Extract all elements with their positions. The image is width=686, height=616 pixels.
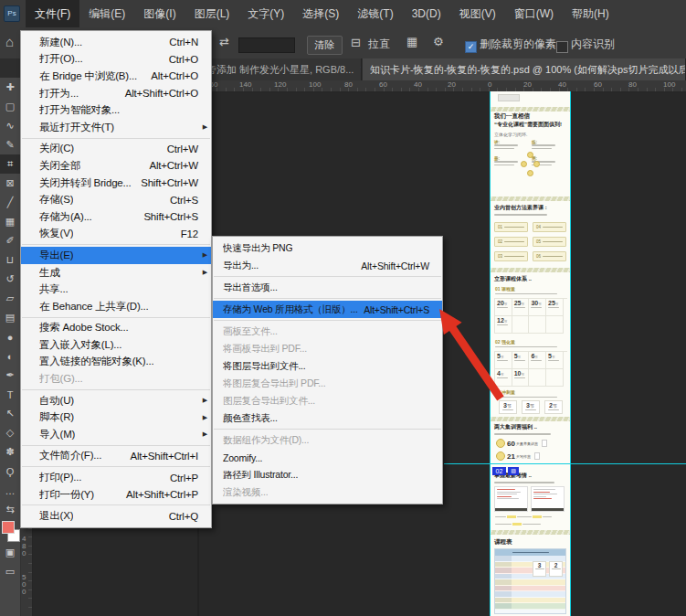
crop-size-input[interactable] bbox=[238, 37, 295, 53]
content-aware-label[interactable]: 内容识别 bbox=[571, 37, 615, 52]
file-menu-item-7[interactable]: 关闭(C)Ctrl+W bbox=[21, 141, 211, 158]
menubar-item-文件(F)[interactable]: 文件(F) bbox=[26, 0, 79, 27]
home-icon[interactable]: ⌂ bbox=[5, 34, 14, 49]
gradient-tool[interactable]: ▤ bbox=[0, 308, 20, 327]
file-menu-item-14[interactable]: 生成▶ bbox=[21, 264, 211, 281]
file-menu-item-24[interactable]: 文件简介(F)...Alt+Shift+Ctrl+I bbox=[21, 448, 211, 465]
zoom-tool[interactable]: Ϙ bbox=[0, 462, 20, 481]
file-menu-item-16[interactable]: 在 Behance 上共享(D)... bbox=[21, 298, 211, 315]
file-menu-item-8[interactable]: 关闭全部Alt+Ctrl+W bbox=[21, 157, 211, 175]
menubar-item-编辑(E)[interactable]: 编辑(E) bbox=[79, 0, 134, 27]
content-aware-checkbox[interactable] bbox=[556, 41, 568, 53]
foreground-color-swatch[interactable] bbox=[2, 521, 15, 534]
file-menu-item-21[interactable]: 自动(U)▶ bbox=[21, 392, 211, 409]
eraser-tool[interactable]: ▱ bbox=[0, 289, 20, 308]
export-menu-item-13[interactable]: 路径到 Illustrator... bbox=[213, 466, 442, 483]
healing-tool[interactable]: ▦ bbox=[0, 212, 20, 231]
export-menu-item-1[interactable]: 快速导出为 PNG bbox=[213, 239, 442, 257]
menubar-item-选择(S)[interactable]: 选择(S) bbox=[293, 0, 348, 27]
shape-tool[interactable]: ◇ bbox=[0, 423, 20, 442]
straighten-label[interactable]: 拉直 bbox=[368, 37, 390, 52]
close-icon[interactable]: × bbox=[360, 63, 362, 76]
delete-cropped-pixels-checkbox[interactable]: ✓ bbox=[465, 41, 477, 53]
file-menu-item-25[interactable]: 打印(P)...Ctrl+P bbox=[21, 469, 211, 486]
export-menu-item-7[interactable]: 将图层导出到文件... bbox=[213, 357, 442, 375]
file-menu-item-27[interactable]: 退出(X)Ctrl+Q bbox=[21, 507, 211, 525]
history-brush-tool[interactable]: ↺ bbox=[0, 270, 20, 289]
path-select-tool[interactable]: ↖ bbox=[0, 404, 20, 423]
type-tool[interactable]: T bbox=[0, 385, 20, 404]
export-menu-item-8[interactable]: 将图层复合导出到 PDF... bbox=[213, 375, 442, 392]
file-menu-item-19[interactable]: 置入链接的智能对象(K)... bbox=[21, 354, 211, 371]
quick-mask-icon[interactable]: ▣ bbox=[0, 543, 20, 562]
dodge-tool[interactable]: ◐ bbox=[0, 346, 20, 366]
color-swatches[interactable] bbox=[0, 519, 20, 543]
swap-dimensions-icon[interactable]: ⇄ bbox=[219, 35, 229, 48]
straighten-icon[interactable]: ⊟ bbox=[351, 36, 361, 49]
arrange-tool[interactable]: ⇆ bbox=[0, 500, 20, 519]
export-menu-item-4[interactable]: 存储为 Web 所用格式（旧版）...Alt+Shift+Ctrl+S bbox=[213, 301, 442, 318]
export-menu-item-14[interactable]: 渲染视频... bbox=[213, 483, 442, 501]
menubar-item-文字(Y)[interactable]: 文字(Y) bbox=[238, 0, 293, 27]
eyedropper-tool[interactable]: ╱ bbox=[0, 193, 20, 212]
export-menu-item-10[interactable]: 颜色查找表... bbox=[213, 409, 442, 427]
export-menu-item-9[interactable]: 图层复合导出到文件... bbox=[213, 392, 442, 409]
menubar-item-图层(L)[interactable]: 图层(L) bbox=[185, 0, 239, 27]
guide-vertical-right[interactable] bbox=[570, 91, 571, 616]
file-menu-item-5[interactable]: 打开为智能对象... bbox=[21, 101, 211, 119]
menubar-item-视图(V)[interactable]: 视图(V) bbox=[450, 0, 505, 27]
file-menu-item-6[interactable]: 最近打开文件(T)▶ bbox=[21, 119, 211, 136]
menubar-item-滤镜(T)[interactable]: 滤镜(T) bbox=[348, 0, 402, 27]
menubar-item-图像(I)[interactable]: 图像(I) bbox=[134, 0, 185, 27]
file-menu-item-10[interactable]: 存储(S)Ctrl+S bbox=[21, 191, 211, 208]
tab-document-2[interactable]: 知识卡片-恢复的-恢复的-恢复的.psd @ 100% (如何解决ps切片完成以… bbox=[363, 58, 686, 80]
export-menu-item-11[interactable]: 数据组作为文件(D)... bbox=[213, 431, 442, 449]
marquee-tool[interactable]: ▢ bbox=[0, 97, 20, 116]
tab-document-1[interactable]: 旁添加 制作发光小星星, RGB/8... × bbox=[199, 58, 362, 80]
horizontal-ruler[interactable]: 16014012010080604020020406080100 bbox=[199, 80, 686, 92]
export-menu-item-3[interactable]: 导出首选项... bbox=[213, 279, 442, 296]
file-menu-item-18[interactable]: 置入嵌入对象(L)... bbox=[21, 336, 211, 354]
menubar-item-3D(D)[interactable]: 3D(D) bbox=[403, 0, 450, 27]
export-menu-item-6[interactable]: 将画板导出到 PDF... bbox=[213, 340, 442, 357]
file-menu-item-12[interactable]: 恢复(V)F12 bbox=[21, 226, 211, 243]
move-tool[interactable]: ✚ bbox=[0, 78, 20, 97]
file-menu-item-22[interactable]: 脚本(R)▶ bbox=[21, 409, 211, 426]
hand-tool[interactable]: ✽ bbox=[0, 442, 20, 462]
file-menu-item-26[interactable]: 打印一份(Y)Alt+Shift+Ctrl+P bbox=[21, 486, 211, 504]
file-menu-item-4[interactable]: 打开为...Alt+Shift+Ctrl+O bbox=[21, 85, 211, 102]
file-menu-item-9[interactable]: 关闭并转到 Bridge...Shift+Ctrl+W bbox=[21, 175, 211, 192]
lasso-tool[interactable]: ∿ bbox=[0, 116, 20, 135]
export-menu-item-2[interactable]: 导出为...Alt+Shift+Ctrl+W bbox=[213, 257, 442, 274]
clear-button[interactable]: 清除 bbox=[307, 36, 343, 55]
file-menu-item-20[interactable]: 打包(G)... bbox=[21, 370, 211, 388]
brush-tool[interactable]: ✐ bbox=[0, 231, 20, 250]
clone-stamp-tool[interactable]: ⊔ bbox=[0, 250, 20, 270]
guide-vertical-left[interactable] bbox=[490, 91, 491, 616]
guide-horizontal[interactable] bbox=[444, 463, 686, 464]
quick-selection-tool[interactable]: ✎ bbox=[0, 135, 20, 154]
export-menu-item-12[interactable]: Zoomify... bbox=[213, 449, 442, 466]
more-tools[interactable]: … bbox=[0, 481, 20, 500]
gear-icon[interactable]: ⚙ bbox=[433, 35, 444, 48]
slice-tool[interactable]: ⊠ bbox=[0, 174, 20, 193]
document-canvas[interactable]: 我们一直相信 “专业化课程”需要面面俱到! 立体化学习闭环. 讲:练:册:测: … bbox=[491, 91, 570, 616]
menubar-item-帮助(H)[interactable]: 帮助(H) bbox=[563, 0, 618, 27]
file-menu-item-11[interactable]: 存储为(A)...Shift+Ctrl+S bbox=[21, 208, 211, 226]
menubar-item-窗口(W)[interactable]: 窗口(W) bbox=[505, 0, 563, 27]
ruler-tick-label: 20 bbox=[448, 80, 456, 89]
file-menu-item-15[interactable]: 共享... bbox=[21, 281, 211, 298]
delete-cropped-pixels-label[interactable]: 删除裁剪的像素 bbox=[480, 37, 556, 52]
overlay-grid-icon[interactable]: ▦ bbox=[406, 35, 417, 48]
export-menu-item-5[interactable]: 画板至文件... bbox=[213, 323, 442, 340]
crop-tool[interactable]: ⌗ bbox=[0, 154, 20, 174]
file-menu-item-1[interactable]: 新建(N)...Ctrl+N bbox=[21, 34, 211, 51]
pen-tool[interactable]: ✒ bbox=[0, 366, 20, 385]
file-menu-item-2[interactable]: 打开(O)...Ctrl+O bbox=[21, 51, 211, 69]
blur-tool[interactable]: ● bbox=[0, 327, 20, 346]
file-menu-item-13[interactable]: 导出(E)▶ bbox=[21, 247, 211, 264]
file-menu-item-3[interactable]: 在 Bridge 中浏览(B)...Alt+Ctrl+O bbox=[21, 68, 211, 85]
file-menu-item-23[interactable]: 导入(M)▶ bbox=[21, 426, 211, 443]
file-menu-item-17[interactable]: 搜索 Adobe Stock... bbox=[21, 320, 211, 337]
screen-mode-icon[interactable]: ▭ bbox=[0, 562, 20, 581]
